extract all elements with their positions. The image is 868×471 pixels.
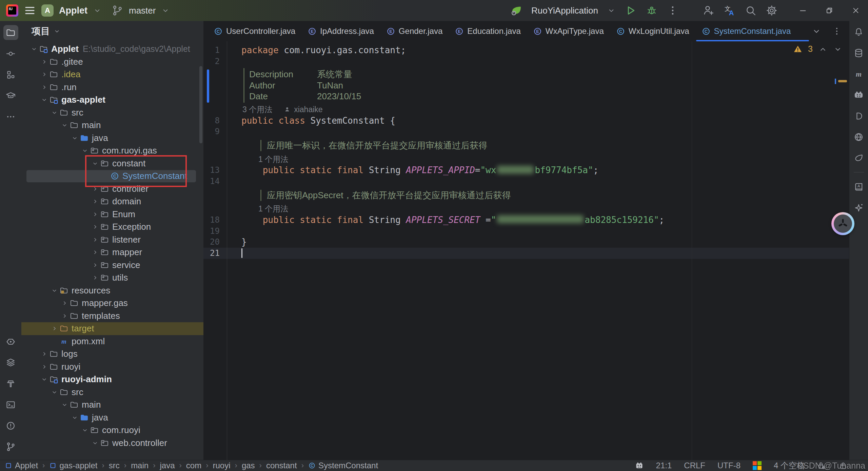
- chevron-down-icon[interactable]: [53, 27, 61, 35]
- chevron-down-icon[interactable]: [93, 6, 102, 15]
- line-separator[interactable]: CRLF: [684, 461, 705, 470]
- inspections-widget[interactable]: 3: [793, 44, 843, 54]
- chevron-right-icon[interactable]: [90, 184, 100, 194]
- chevron-down-icon[interactable]: [49, 107, 59, 118]
- breadcrumb-gas[interactable]: gas: [242, 461, 255, 470]
- chevron-right-icon[interactable]: [90, 234, 100, 245]
- tree-item-Exception[interactable]: Exception: [21, 221, 203, 233]
- chevron-down-icon[interactable]: [39, 374, 49, 385]
- tree-item-SystemConstant[interactable]: CSystemConstant: [21, 170, 203, 183]
- more-icon[interactable]: [832, 26, 842, 36]
- tab-Education.java[interactable]: EEducation.java: [449, 21, 527, 41]
- tab-WxLoginUtil.java[interactable]: CWxLoginUtil.java: [610, 21, 695, 41]
- chevron-right-icon[interactable]: [39, 362, 49, 372]
- rendered-doc-comment[interactable]: Description系统常量AuthorTuNanDate2023/10/15: [243, 68, 849, 103]
- tree-item-pom.xml[interactable]: mpom.xml: [21, 335, 203, 348]
- tab-SystemConstant.java[interactable]: CSystemConstant.java: [695, 21, 810, 41]
- tree-item-constant[interactable]: constant: [21, 157, 203, 170]
- line-number[interactable]: 1: [203, 45, 220, 56]
- tree-item-ruoyi[interactable]: ruoyi: [21, 361, 203, 373]
- microsoft-ime-icon[interactable]: [753, 461, 762, 470]
- spring-tool-button[interactable]: [852, 151, 866, 165]
- chevron-down-icon[interactable]: [811, 26, 822, 36]
- chevron-down-icon[interactable]: [70, 412, 80, 423]
- commit-tool-button[interactable]: [3, 46, 18, 61]
- tree-item-src[interactable]: src: [21, 386, 203, 399]
- chevron-down-icon[interactable]: [59, 400, 70, 410]
- chevron-down-icon[interactable]: [49, 387, 59, 397]
- chevron-right-icon[interactable]: [90, 197, 100, 207]
- line-number[interactable]: 18: [203, 214, 220, 226]
- tree-item-service[interactable]: service: [21, 259, 203, 272]
- tree-item-resources[interactable]: resources: [21, 284, 203, 297]
- next-problem-icon[interactable]: [833, 44, 843, 54]
- chevron-down-icon[interactable]: [90, 438, 100, 448]
- line-number[interactable]: 19: [203, 226, 220, 237]
- chevron-right-icon[interactable]: [39, 69, 49, 80]
- tree-item-com.ruoyi.gas[interactable]: com.ruoyi.gas: [21, 144, 203, 157]
- learn-tool-button[interactable]: [3, 88, 18, 103]
- tab-IpAddress.java[interactable]: EIpAddress.java: [301, 21, 380, 41]
- search-everywhere-icon[interactable]: [745, 4, 757, 17]
- breadcrumb-com[interactable]: com: [186, 461, 201, 470]
- line-number[interactable]: 9: [203, 126, 220, 137]
- chevron-down-icon[interactable]: [80, 425, 90, 435]
- chevron-right-icon[interactable]: [39, 82, 49, 92]
- chevron-down-icon[interactable]: [70, 133, 80, 143]
- tree-item-web.controller[interactable]: web.controller: [21, 437, 203, 450]
- breadcrumb-java[interactable]: java: [160, 461, 175, 470]
- tree-item-templates[interactable]: templates: [21, 310, 203, 323]
- breadcrumb-ruoyi[interactable]: ruoyi: [213, 461, 231, 470]
- ide-ai-icon[interactable]: [635, 461, 644, 470]
- maven-tool-button[interactable]: m: [852, 67, 866, 81]
- tree-item-domain[interactable]: domain: [21, 195, 203, 208]
- tree-item-Enum[interactable]: Enum: [21, 208, 203, 221]
- chevron-down-icon[interactable]: [90, 158, 100, 168]
- chevron-down-icon[interactable]: [29, 44, 39, 54]
- problems-tool-button[interactable]: [3, 418, 18, 433]
- chevron-right-icon[interactable]: [59, 298, 70, 308]
- git-tool-button[interactable]: [3, 439, 18, 454]
- tree-item-utils[interactable]: utils: [21, 271, 203, 284]
- rendered-doc-comment[interactable]: 应用密钥AppSecret，在微信开放平台提交应用审核通过后获得: [260, 190, 849, 201]
- tree-item-controller[interactable]: controller: [21, 183, 203, 196]
- previous-problem-icon[interactable]: [818, 44, 828, 54]
- line-number[interactable]: 14: [203, 176, 220, 187]
- usages-inlay-hint[interactable]: 1 个用法: [203, 204, 849, 215]
- tree-item-mapper[interactable]: mapper: [21, 246, 203, 259]
- chevron-right-icon[interactable]: [39, 349, 49, 359]
- terminal-tool-button[interactable]: [3, 397, 18, 412]
- project-name[interactable]: Applet: [59, 5, 87, 16]
- line-number[interactable]: 21: [203, 248, 220, 259]
- tree-item-listener[interactable]: listener: [21, 233, 203, 246]
- chevron-right-icon[interactable]: [90, 222, 100, 232]
- chevron-down-icon[interactable]: [59, 120, 70, 130]
- breadcrumb-main[interactable]: main: [131, 461, 149, 470]
- tree-scrollbar[interactable]: [199, 66, 202, 143]
- tree-item-java[interactable]: java: [21, 132, 203, 145]
- more-tool-button[interactable]: [3, 109, 18, 124]
- build-tool-button[interactable]: [3, 376, 18, 391]
- tree-item-mapper.gas[interactable]: mapper.gas: [21, 297, 203, 310]
- project-tool-button[interactable]: [3, 25, 18, 40]
- code-with-me-icon[interactable]: [703, 4, 715, 17]
- ai-chat-tool-button[interactable]: [852, 88, 866, 102]
- line-number[interactable]: 13: [203, 165, 220, 176]
- tree-item-.gitee[interactable]: .gitee: [21, 56, 203, 68]
- tree-item-main[interactable]: main: [21, 119, 203, 132]
- debug-button[interactable]: [646, 4, 658, 17]
- restore-button[interactable]: [821, 3, 838, 18]
- breadcrumb-constant[interactable]: constant: [266, 461, 297, 470]
- chevron-right-icon[interactable]: [49, 324, 59, 334]
- line-number[interactable]: 8: [203, 115, 220, 126]
- ai-assistant-tool-button[interactable]: [852, 201, 866, 214]
- close-icon[interactable]: [795, 27, 804, 35]
- tab-Gender.java[interactable]: EGender.java: [380, 21, 449, 41]
- git-branch-icon[interactable]: [111, 4, 123, 17]
- file-encoding[interactable]: UTF-8: [717, 461, 741, 470]
- breadcrumb-gas-applet[interactable]: gas-applet: [49, 461, 97, 470]
- main-menu-icon[interactable]: [24, 4, 36, 17]
- more-actions-icon[interactable]: [667, 4, 679, 17]
- close-button[interactable]: [847, 3, 865, 18]
- translation-tool-button[interactable]: A: [852, 180, 866, 193]
